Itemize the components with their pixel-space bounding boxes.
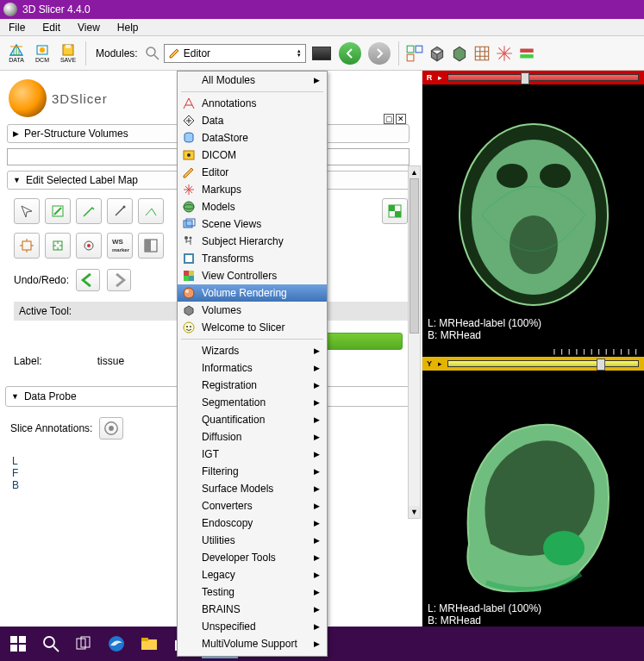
menu-item-volumes[interactable]: Volumes bbox=[178, 302, 327, 319]
slice-yellow-arrow-icon[interactable]: ▸ bbox=[438, 359, 442, 368]
slider-handle[interactable] bbox=[597, 359, 605, 371]
menu-item-annotations[interactable]: Annotations bbox=[178, 95, 327, 112]
menu-sub-surface-models[interactable]: Surface Models▶ bbox=[178, 480, 327, 497]
slice-yellow-viewer[interactable]: L: MRHead-label (100%) B: MRHead ╷╷╷╷╷╷╷… bbox=[422, 371, 644, 643]
menu-sub-quantification[interactable]: Quantification▶ bbox=[178, 411, 327, 428]
menu-item-subject-hierarchy[interactable]: Subject Hierarchy bbox=[178, 233, 327, 250]
slice-red-slider[interactable] bbox=[447, 74, 639, 81]
menu-all-modules[interactable]: All Modules ▶ bbox=[178, 72, 327, 89]
tool-threshold[interactable] bbox=[138, 233, 164, 259]
redo-button[interactable] bbox=[107, 269, 131, 291]
explorer-icon[interactable] bbox=[136, 631, 162, 657]
svg-rect-6 bbox=[407, 46, 414, 53]
panel-float-button[interactable]: ▢ bbox=[384, 114, 394, 124]
edge-icon[interactable] bbox=[103, 631, 129, 657]
menu-sub-unspecified[interactable]: Unspecified▶ bbox=[178, 618, 327, 635]
menu-sub-diffusion[interactable]: Diffusion▶ bbox=[178, 428, 327, 446]
menu-file[interactable]: File bbox=[0, 20, 34, 35]
search-button[interactable] bbox=[38, 631, 64, 657]
menu-help[interactable]: Help bbox=[109, 20, 147, 35]
menu-item-markups[interactable]: Markups bbox=[178, 181, 327, 198]
edit-selected-label: Edit Selected Label Map bbox=[26, 174, 138, 186]
scroll-up-icon[interactable]: ▲ bbox=[409, 166, 420, 178]
panel-close-button[interactable]: ✕ bbox=[396, 114, 406, 124]
undo-button[interactable] bbox=[76, 269, 100, 291]
menu-sub-igt[interactable]: IGT▶ bbox=[178, 446, 327, 463]
scroll-thumb[interactable] bbox=[410, 178, 419, 334]
menu-item-welcome-to-slicer[interactable]: Welcome to Slicer bbox=[178, 319, 327, 336]
scroll-down-icon[interactable]: ▼ bbox=[409, 506, 420, 518]
cube2-button[interactable] bbox=[450, 44, 469, 63]
menu-sub-registration[interactable]: Registration▶ bbox=[178, 377, 327, 394]
slice-yellow-slider[interactable] bbox=[447, 360, 639, 367]
menu-item-data[interactable]: Data bbox=[178, 112, 327, 129]
menu-sub-brains[interactable]: BRAINS▶ bbox=[178, 601, 327, 618]
tool-erode[interactable] bbox=[45, 233, 71, 259]
menu-sub-testing[interactable]: Testing▶ bbox=[178, 583, 327, 601]
menu-item-datastore[interactable]: DataStore bbox=[178, 129, 327, 147]
tool-checker[interactable] bbox=[382, 198, 408, 224]
menu-item-volume-rendering[interactable]: Volume Rendering bbox=[178, 284, 327, 302]
submenu-arrow-icon: ▶ bbox=[314, 588, 320, 596]
menu-sub-legacy[interactable]: Legacy▶ bbox=[178, 566, 327, 583]
menu-item-models[interactable]: Models bbox=[178, 198, 327, 215]
search-icon[interactable] bbox=[145, 46, 160, 61]
blank-icon bbox=[181, 413, 197, 427]
slice-red-arrow-icon[interactable]: ▸ bbox=[438, 73, 442, 82]
menu-sub-developer-tools[interactable]: Developer Tools▶ bbox=[178, 549, 327, 566]
nav-back-button[interactable] bbox=[339, 42, 361, 65]
panel-scrollbar[interactable]: ▲ ▼ bbox=[408, 165, 421, 519]
module-dropdown-menu: All Modules ▶ AnnotationsDataDataStoreDI… bbox=[177, 71, 328, 657]
save-button[interactable]: SAVE bbox=[57, 41, 79, 65]
data-icon bbox=[181, 114, 197, 128]
tool-ws[interactable]: WSmarker bbox=[107, 233, 133, 259]
blank-icon bbox=[181, 73, 197, 87]
menu-view[interactable]: View bbox=[69, 20, 109, 35]
menu-sub-converters[interactable]: Converters▶ bbox=[178, 497, 327, 514]
blank-icon bbox=[181, 620, 197, 633]
layout-dropdown[interactable] bbox=[312, 47, 331, 60]
nav-forward-button[interactable] bbox=[368, 42, 391, 65]
tool-draw[interactable] bbox=[76, 198, 102, 224]
slice-yellow-overlay: L: MRHead-label (100%) B: MRHead bbox=[428, 602, 541, 627]
svg-rect-21 bbox=[145, 240, 151, 252]
slice-yellow: Y ▸ L: MRHead-label (100%) B: MRHead ╷╷╷… bbox=[422, 357, 644, 643]
menu-sub-segmentation[interactable]: Segmentation▶ bbox=[178, 394, 327, 411]
dcm-button[interactable]: DCM bbox=[31, 41, 53, 65]
menu-sub-utilities[interactable]: Utilities▶ bbox=[178, 532, 327, 549]
spark-button[interactable] bbox=[495, 44, 514, 63]
menu-item-view-controllers[interactable]: View Controllers bbox=[178, 267, 327, 284]
taskview-button[interactable] bbox=[71, 631, 97, 657]
menu-sub-multivolume-support[interactable]: MultiVolume Support▶ bbox=[178, 635, 327, 652]
tool-pointer[interactable] bbox=[14, 198, 40, 224]
slice-red-viewer[interactable]: L: MRHead-label (100%) B: MRHead ╷╷╷╷╷╷╷… bbox=[422, 84, 644, 357]
tool-level[interactable] bbox=[138, 198, 164, 224]
menu-sub-endoscopy[interactable]: Endoscopy▶ bbox=[178, 514, 327, 532]
layout-button[interactable] bbox=[405, 44, 424, 63]
tool-wand[interactable] bbox=[107, 198, 133, 224]
module-selector[interactable]: Editor ▲▼ bbox=[164, 44, 306, 63]
menu-separator bbox=[181, 91, 323, 92]
editor-icon bbox=[168, 47, 180, 59]
slider-handle[interactable] bbox=[521, 72, 529, 84]
tool-island[interactable] bbox=[76, 233, 102, 259]
data-button[interactable]: DATA bbox=[5, 41, 28, 65]
menu-sub-wizards[interactable]: Wizards▶ bbox=[178, 342, 327, 359]
start-button[interactable] bbox=[5, 631, 31, 657]
menu-item-scene-views[interactable]: Scene Views bbox=[178, 215, 327, 233]
tool-paint[interactable] bbox=[45, 198, 71, 224]
menu-item-editor[interactable]: Editor bbox=[178, 164, 327, 181]
menu-edit[interactable]: Edit bbox=[34, 20, 69, 35]
slice-toggle-button[interactable] bbox=[517, 44, 536, 63]
menu-item-dicom[interactable]: DICOM bbox=[178, 147, 327, 164]
menu-item-transforms[interactable]: Transforms bbox=[178, 250, 327, 267]
menu-sub-informatics[interactable]: Informatics▶ bbox=[178, 359, 327, 377]
slice-annotations-button[interactable] bbox=[99, 417, 123, 440]
cube-button[interactable] bbox=[428, 44, 447, 63]
svg-point-38 bbox=[184, 288, 194, 298]
grid-button[interactable] bbox=[472, 44, 491, 63]
svg-rect-50 bbox=[19, 636, 26, 643]
tool-dilate[interactable] bbox=[14, 233, 40, 259]
combo-spinner-icon[interactable]: ▲▼ bbox=[297, 49, 302, 58]
menu-sub-filtering[interactable]: Filtering▶ bbox=[178, 463, 327, 480]
